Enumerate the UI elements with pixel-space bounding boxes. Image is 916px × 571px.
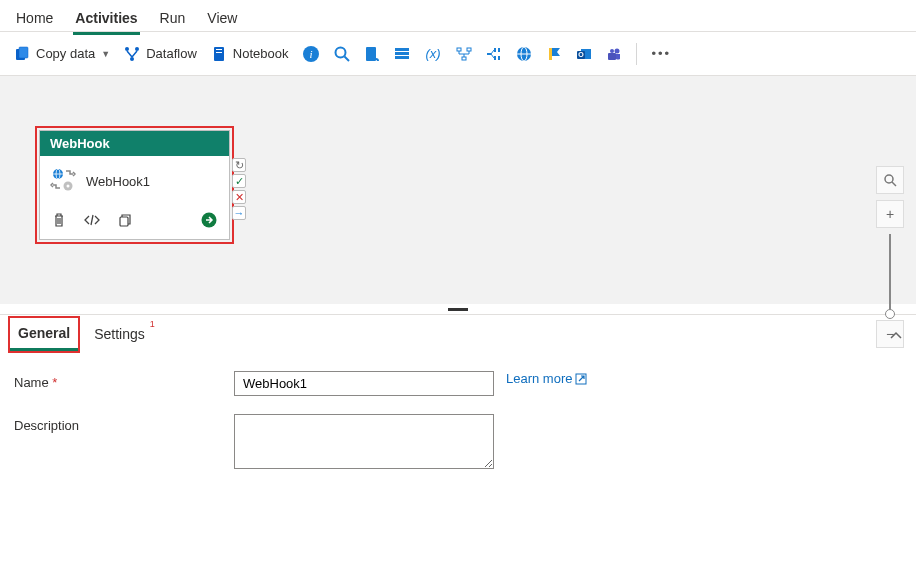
notebook-button[interactable]: Notebook bbox=[211, 46, 289, 62]
svg-rect-18 bbox=[467, 48, 471, 51]
tab-home[interactable]: Home bbox=[14, 6, 55, 32]
connector-retry[interactable]: ↻ bbox=[232, 158, 246, 172]
script-icon[interactable] bbox=[364, 46, 380, 62]
variable-icon[interactable]: (x) bbox=[424, 46, 442, 62]
properties-panel: General Settings 1 Name * Learn more Des… bbox=[0, 314, 916, 487]
chevron-down-icon: ▼ bbox=[101, 49, 110, 59]
svg-text:i: i bbox=[310, 48, 313, 60]
json-icon[interactable] bbox=[486, 46, 502, 62]
copy-data-button[interactable]: Copy data ▼ bbox=[14, 46, 110, 62]
svg-rect-33 bbox=[608, 53, 616, 60]
svg-point-41 bbox=[885, 175, 893, 183]
name-label: Name * bbox=[14, 371, 234, 390]
svg-point-2 bbox=[125, 47, 129, 51]
svg-rect-21 bbox=[494, 48, 496, 52]
flag-icon[interactable] bbox=[546, 46, 562, 62]
top-tab-bar: Home Activities Run View bbox=[0, 0, 916, 32]
dataflow-icon bbox=[124, 46, 140, 62]
copy-icon[interactable] bbox=[118, 213, 132, 230]
svg-point-38 bbox=[67, 185, 70, 188]
search-canvas-icon[interactable] bbox=[876, 166, 904, 194]
code-icon[interactable] bbox=[84, 213, 100, 230]
tab-general[interactable]: General bbox=[10, 318, 78, 351]
svg-rect-22 bbox=[498, 48, 500, 52]
notebook-label: Notebook bbox=[233, 46, 289, 61]
toolbar-separator bbox=[636, 43, 637, 65]
schema-icon[interactable] bbox=[456, 46, 472, 62]
svg-point-4 bbox=[130, 57, 134, 61]
svg-rect-13 bbox=[395, 48, 409, 51]
description-field[interactable] bbox=[234, 414, 494, 469]
connector-fail[interactable]: ✕ bbox=[232, 190, 246, 204]
svg-rect-12 bbox=[366, 47, 376, 61]
webhook-icon bbox=[50, 168, 76, 195]
more-icon[interactable]: ••• bbox=[651, 46, 671, 61]
settings-badge: 1 bbox=[150, 319, 155, 329]
svg-rect-19 bbox=[462, 57, 466, 60]
connector-skip[interactable]: → bbox=[232, 206, 246, 220]
svg-text:O: O bbox=[579, 51, 585, 58]
teams-icon[interactable] bbox=[606, 46, 622, 62]
svg-rect-23 bbox=[494, 56, 496, 60]
svg-point-31 bbox=[615, 48, 620, 53]
search-icon[interactable] bbox=[334, 46, 350, 62]
svg-rect-14 bbox=[395, 52, 409, 55]
general-form: Name * Learn more Description bbox=[0, 353, 916, 487]
info-icon[interactable]: i bbox=[302, 45, 320, 63]
copy-data-label: Copy data bbox=[36, 46, 95, 61]
globe-icon[interactable] bbox=[516, 46, 532, 62]
activity-name: WebHook1 bbox=[86, 174, 150, 189]
svg-rect-39 bbox=[120, 217, 128, 226]
dataflow-button[interactable]: Dataflow bbox=[124, 46, 197, 62]
toolbar: Copy data ▼ Dataflow Notebook i (x) bbox=[0, 32, 916, 76]
pipeline-canvas[interactable]: WebHook WebHook1 bbox=[0, 76, 916, 304]
tab-run[interactable]: Run bbox=[158, 6, 188, 32]
zoom-in-button[interactable]: + bbox=[876, 200, 904, 228]
description-label: Description bbox=[14, 414, 234, 433]
svg-rect-7 bbox=[216, 52, 222, 53]
dataflow-label: Dataflow bbox=[146, 46, 197, 61]
svg-line-11 bbox=[345, 56, 350, 61]
activity-header: WebHook bbox=[40, 131, 229, 156]
svg-point-10 bbox=[336, 47, 346, 57]
name-field[interactable] bbox=[234, 371, 494, 396]
tab-activities[interactable]: Activities bbox=[73, 6, 139, 35]
table-icon[interactable] bbox=[394, 46, 410, 62]
connector-success[interactable]: ✓ bbox=[232, 174, 246, 188]
svg-rect-20 bbox=[487, 53, 491, 55]
properties-tab-bar: General Settings 1 bbox=[0, 315, 916, 353]
svg-line-42 bbox=[892, 182, 896, 186]
outlook-icon[interactable]: O bbox=[576, 46, 592, 62]
tab-view[interactable]: View bbox=[205, 6, 239, 32]
webhook-activity[interactable]: WebHook WebHook1 bbox=[39, 130, 230, 240]
collapse-panel-icon[interactable] bbox=[890, 327, 902, 342]
svg-rect-15 bbox=[395, 56, 409, 59]
delete-icon[interactable] bbox=[52, 213, 66, 230]
run-icon[interactable] bbox=[201, 212, 217, 231]
svg-rect-6 bbox=[216, 49, 222, 50]
activity-highlight: WebHook WebHook1 bbox=[35, 126, 234, 244]
svg-rect-1 bbox=[19, 47, 28, 58]
svg-point-3 bbox=[135, 47, 139, 51]
zoom-slider-track[interactable] bbox=[889, 234, 891, 314]
svg-point-32 bbox=[610, 49, 614, 53]
tab-settings[interactable]: Settings bbox=[86, 319, 153, 349]
svg-rect-17 bbox=[457, 48, 461, 51]
svg-text:(x): (x) bbox=[426, 46, 441, 61]
panel-resize-handle[interactable] bbox=[0, 304, 916, 314]
copy-data-icon bbox=[14, 46, 30, 62]
learn-more-link[interactable]: Learn more bbox=[506, 371, 587, 386]
svg-rect-24 bbox=[498, 56, 500, 60]
notebook-icon bbox=[211, 46, 227, 62]
